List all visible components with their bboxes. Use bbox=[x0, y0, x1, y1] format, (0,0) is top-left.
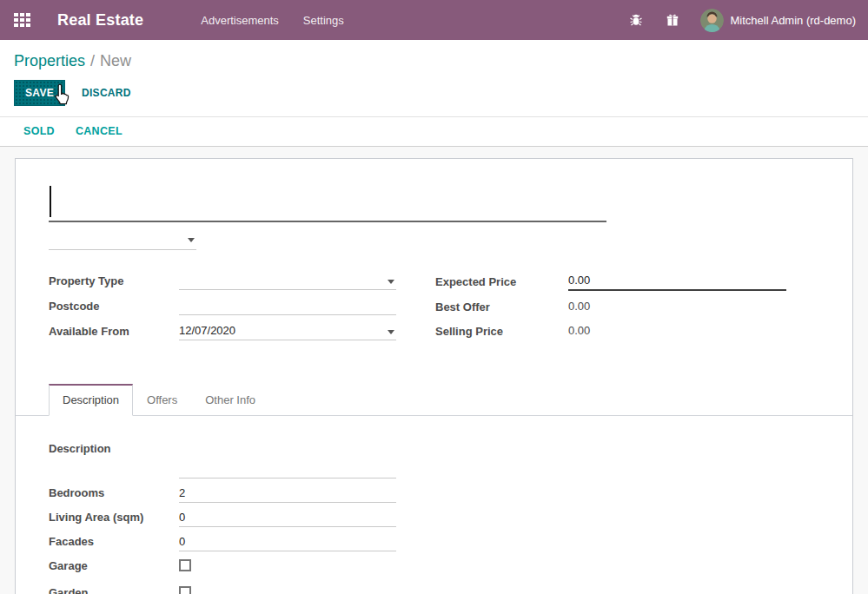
sold-button[interactable]: SOLD bbox=[23, 125, 55, 137]
property-type-select[interactable] bbox=[179, 272, 396, 290]
promotion-button[interactable] bbox=[657, 8, 688, 32]
user-avatar bbox=[700, 9, 724, 32]
user-menu[interactable]: Mitchell Admin (rd-demo) bbox=[700, 9, 857, 32]
field-row-best-offer: Best Offer 0.00 bbox=[435, 298, 786, 315]
garden-label: Garden bbox=[49, 584, 179, 594]
available-from-input[interactable] bbox=[179, 322, 396, 340]
expected-price-label: Expected Price bbox=[435, 275, 568, 288]
field-grid: Property Type Postcode Available From bbox=[49, 272, 819, 347]
tab-other-info[interactable]: Other Info bbox=[191, 385, 269, 416]
notebook-tabs: Description Offers Other Info bbox=[16, 384, 852, 416]
breadcrumb-current: New bbox=[100, 52, 131, 69]
description-label: Description bbox=[49, 440, 179, 478]
menu-item-advertisements[interactable]: Advertisements bbox=[192, 7, 288, 34]
garage-checkbox[interactable] bbox=[179, 559, 191, 571]
field-column-left: Property Type Postcode Available From bbox=[49, 272, 396, 347]
user-name: Mitchell Admin (rd-demo) bbox=[731, 14, 857, 27]
field-row-property-type: Property Type bbox=[49, 272, 396, 290]
bedrooms-label: Bedrooms bbox=[49, 485, 179, 503]
field-row-description: Description bbox=[49, 440, 819, 478]
facades-label: Facades bbox=[49, 533, 179, 551]
property-tags-input[interactable] bbox=[49, 229, 196, 250]
control-panel: Properties/New SAVE DISCARD bbox=[0, 40, 868, 116]
menu-item-settings[interactable]: Settings bbox=[295, 7, 353, 34]
text-insertion-caret bbox=[50, 186, 51, 217]
statusbar: SOLD CANCEL bbox=[0, 116, 868, 147]
save-button[interactable]: SAVE bbox=[14, 80, 65, 106]
facades-input[interactable] bbox=[179, 533, 396, 551]
description-tab-content: Description Bedrooms Living Area (sqm) F… bbox=[49, 416, 819, 594]
form-buttons: SAVE DISCARD bbox=[14, 80, 854, 106]
breadcrumb-properties-link[interactable]: Properties bbox=[14, 52, 85, 69]
field-row-living-area: Living Area (sqm) bbox=[49, 509, 819, 527]
form-view: Property Type Postcode Available From bbox=[0, 147, 868, 594]
living-area-label: Living Area (sqm) bbox=[49, 509, 179, 527]
field-row-garden: Garden bbox=[49, 584, 819, 594]
property-name-input[interactable] bbox=[49, 183, 606, 222]
tab-offers[interactable]: Offers bbox=[133, 385, 191, 416]
available-from-label: Available From bbox=[49, 325, 179, 338]
garage-label: Garage bbox=[49, 558, 179, 575]
field-row-expected-price: Expected Price bbox=[435, 272, 786, 291]
field-row-bedrooms: Bedrooms bbox=[49, 485, 819, 503]
tab-description[interactable]: Description bbox=[49, 384, 133, 416]
chevron-down-icon bbox=[188, 238, 195, 242]
field-column-right: Expected Price Best Offer 0.00 Selling P… bbox=[435, 272, 786, 347]
field-row-postcode: Postcode bbox=[49, 297, 396, 315]
bug-icon bbox=[629, 13, 643, 27]
living-area-input[interactable] bbox=[179, 509, 396, 527]
field-row-garage: Garage bbox=[49, 558, 819, 575]
cancel-button[interactable]: CANCEL bbox=[76, 125, 123, 137]
best-offer-label: Best Offer bbox=[435, 300, 568, 314]
form-sheet: Property Type Postcode Available From bbox=[15, 158, 853, 594]
bedrooms-input[interactable] bbox=[179, 485, 396, 503]
selling-price-label: Selling Price bbox=[435, 325, 568, 338]
navbar-right: Mitchell Admin (rd-demo) bbox=[620, 8, 857, 32]
breadcrumb: Properties/New bbox=[14, 52, 854, 70]
app-title[interactable]: Real Estate bbox=[57, 11, 143, 30]
apps-menu-button[interactable] bbox=[0, 0, 43, 40]
chevron-down-icon bbox=[388, 280, 394, 284]
field-row-available-from: Available From bbox=[49, 322, 396, 340]
gift-icon bbox=[666, 13, 679, 27]
chevron-down-icon bbox=[388, 330, 394, 334]
expected-price-input[interactable] bbox=[568, 272, 786, 291]
selling-price-value: 0.00 bbox=[568, 322, 590, 340]
debug-mode-button[interactable] bbox=[620, 8, 652, 32]
garden-checkbox[interactable] bbox=[179, 586, 191, 594]
postcode-input[interactable] bbox=[179, 297, 396, 315]
description-input[interactable] bbox=[179, 440, 396, 478]
discard-button[interactable]: DISCARD bbox=[72, 80, 141, 106]
apps-grid-icon bbox=[14, 13, 30, 27]
property-type-label: Property Type bbox=[49, 274, 179, 287]
best-offer-value: 0.00 bbox=[568, 298, 590, 315]
field-row-facades: Facades bbox=[49, 533, 819, 551]
breadcrumb-separator: / bbox=[90, 52, 95, 69]
main-menu: Advertisements Settings bbox=[192, 7, 353, 34]
postcode-label: Postcode bbox=[49, 300, 179, 313]
top-navbar: Real Estate Advertisements Settings bbox=[0, 0, 868, 40]
field-row-selling-price: Selling Price 0.00 bbox=[435, 322, 786, 340]
